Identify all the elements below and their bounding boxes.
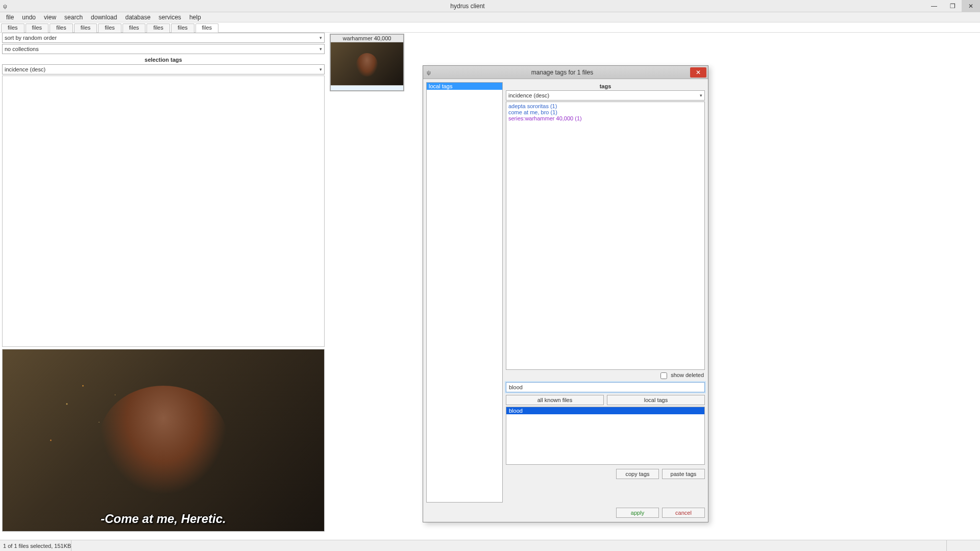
thumbnail-label: warhammer 40,000 — [331, 35, 403, 42]
show-deleted-label[interactable]: show deleted — [660, 372, 704, 378]
tab-files-3[interactable]: files — [74, 23, 97, 33]
preview-caption: -Come at me, Heretic. — [3, 512, 324, 526]
copy-tags-button[interactable]: copy tags — [616, 469, 659, 479]
tab-files-1[interactable]: files — [26, 23, 49, 33]
chevron-down-icon: ▾ — [320, 35, 322, 40]
dialog-service-list[interactable]: local tags — [426, 82, 503, 503]
dialog-titlebar[interactable]: ψ manage tags for 1 files ✕ — [423, 66, 708, 79]
status-bar: 1 of 1 files selected, 151KB — [0, 540, 980, 551]
tab-files-0[interactable]: files — [1, 23, 24, 33]
tag-item[interactable]: series:warhammer 40,000 (1) — [508, 115, 702, 121]
thumbnail-item[interactable]: warhammer 40,000 — [330, 34, 404, 91]
close-button[interactable]: ✕ — [962, 0, 980, 12]
dialog-close-button[interactable]: ✕ — [690, 67, 706, 78]
show-deleted-text: show deleted — [671, 372, 704, 378]
dialog-tags-header: tags — [506, 82, 705, 90]
tag-item[interactable]: adepta sororitas (1) — [508, 103, 702, 109]
minimize-button[interactable]: — — [925, 0, 943, 12]
menu-undo[interactable]: undo — [18, 13, 40, 22]
sort-dropdown-value: sort by random order — [5, 35, 57, 41]
sort-dropdown[interactable]: sort by random order ▾ — [2, 33, 325, 43]
dialog-service-item-local-tags[interactable]: local tags — [427, 83, 502, 90]
chevron-down-icon: ▾ — [700, 93, 702, 98]
status-text: 1 of 1 files selected, 151KB — [3, 543, 71, 549]
chevron-down-icon: ▾ — [320, 67, 322, 72]
tag-sort-dropdown[interactable]: incidence (desc) ▾ — [2, 64, 325, 74]
app-icon: ψ — [0, 3, 10, 9]
preview-panel[interactable]: -Come at me, Heretic. — [2, 349, 325, 532]
tab-files-4[interactable]: files — [98, 23, 121, 33]
menu-search[interactable]: search — [60, 13, 87, 22]
tabs-row: files files files files files files file… — [0, 22, 980, 33]
app-icon: ψ — [423, 69, 434, 76]
tag-item[interactable]: come at me, bro (1) — [508, 109, 702, 115]
dialog-tag-sort-value: incidence (desc) — [508, 92, 549, 98]
status-cell — [71, 540, 163, 551]
apply-button[interactable]: apply — [616, 508, 659, 518]
preview-image: -Come at me, Heretic. — [3, 349, 324, 531]
thumbnail-footer — [331, 85, 403, 90]
selection-tags-label: selection tags — [2, 55, 325, 64]
menu-database[interactable]: database — [121, 13, 154, 22]
tab-files-2[interactable]: files — [50, 23, 73, 33]
all-known-files-button[interactable]: all known files — [506, 395, 604, 405]
show-deleted-row: show deleted — [506, 370, 705, 382]
dialog-tag-sort-dropdown[interactable]: incidence (desc) ▾ — [506, 90, 705, 101]
dialog-title: manage tags for 1 files — [434, 69, 690, 76]
window-titlebar: ψ hydrus client — ❐ ✕ — [0, 0, 980, 12]
menu-file[interactable]: file — [2, 13, 18, 22]
thumbnail-image — [331, 42, 403, 85]
left-panel: sort by random order ▾ no collections ▾ … — [2, 33, 325, 540]
status-cell — [946, 540, 977, 551]
window-title: hydrus client — [10, 3, 925, 10]
tab-files-7[interactable]: files — [171, 23, 194, 33]
tag-suggestion-list[interactable]: blood — [506, 407, 705, 465]
dialog-tag-list[interactable]: adepta sororitas (1) come at me, bro (1)… — [506, 102, 705, 370]
tag-suggestion-item[interactable]: blood — [506, 407, 704, 414]
preview-image-fx — [3, 349, 324, 531]
menubar: file undo view search download database … — [0, 12, 980, 22]
local-tags-button[interactable]: local tags — [607, 395, 705, 405]
cancel-button[interactable]: cancel — [662, 508, 705, 518]
menu-view[interactable]: view — [40, 13, 60, 22]
tab-files-8-active[interactable]: files — [195, 23, 219, 33]
show-deleted-checkbox[interactable] — [660, 372, 667, 379]
menu-services[interactable]: services — [155, 13, 185, 22]
chevron-down-icon: ▾ — [320, 46, 322, 52]
menu-help[interactable]: help — [185, 13, 205, 22]
tag-sort-dropdown-value: incidence (desc) — [5, 66, 45, 72]
collections-dropdown-value: no collections — [5, 46, 39, 52]
paste-tags-button[interactable]: paste tags — [662, 469, 705, 479]
tab-files-5[interactable]: files — [122, 23, 146, 33]
selection-tags-list[interactable] — [2, 76, 325, 347]
collections-dropdown[interactable]: no collections ▾ — [2, 44, 325, 54]
manage-tags-dialog: ψ manage tags for 1 files ✕ local tags t… — [423, 65, 708, 522]
tab-files-6[interactable]: files — [146, 23, 170, 33]
tag-input[interactable]: blood — [506, 382, 705, 392]
menu-download[interactable]: download — [87, 13, 121, 22]
maximize-button[interactable]: ❐ — [943, 0, 962, 12]
